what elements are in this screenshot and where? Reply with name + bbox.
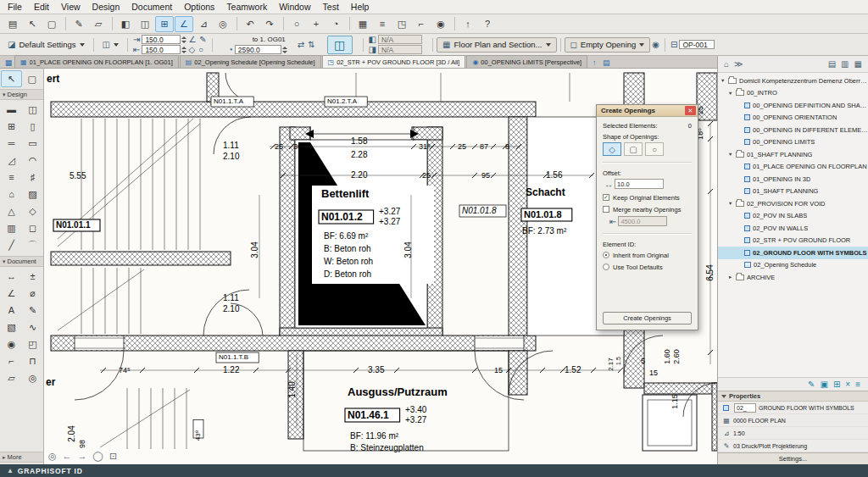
door-tool[interactable]: ◫ (22, 101, 43, 118)
layout-book-icon[interactable]: ▥ (841, 59, 849, 69)
new-view-icon[interactable]: ⊞ (833, 380, 840, 389)
inherit-from-original-radio[interactable] (603, 252, 609, 258)
floor-plan-display-dropdown[interactable]: ▦ Floor Plan and Section... (437, 37, 557, 53)
opening-type-dropdown[interactable]: ◻ Empty Opening (565, 37, 651, 53)
tree-item-00-opening-in-different-element-types[interactable]: 00_OPENING IN DIFFERENT ELEMENT TYPES (718, 124, 868, 136)
opening-tool-button[interactable]: ◫ (327, 36, 353, 54)
tab-overview-icon[interactable]: ▦ (3, 57, 14, 68)
tree-item-00-opening-limits[interactable]: 00_OPENING LIMITS (718, 136, 868, 149)
line-tool[interactable]: ╱ (1, 236, 22, 253)
zone-tool[interactable]: ▨ (22, 186, 43, 202)
wall-icon[interactable]: ◧ (116, 16, 135, 32)
element-id-input[interactable]: OP-001 (679, 40, 715, 49)
arrow-tool-icon[interactable]: ↖ (23, 16, 42, 32)
orbit-icon[interactable]: ◔ (326, 16, 345, 32)
tab-00-opening-limits-perspective[interactable]: ◉00_OPENING LIMITS [Perspective] (466, 55, 587, 68)
text-tool[interactable]: A (1, 302, 22, 319)
window-tool[interactable]: ⊞ (1, 118, 22, 135)
column-tool[interactable]: ▯ (22, 118, 43, 135)
roof-tool[interactable]: ◿ (1, 152, 22, 169)
optimize-zoom-icon[interactable]: ◎ (48, 451, 57, 462)
mesh-tool[interactable]: △ (1, 202, 22, 219)
expander-icon[interactable]: ▾ (729, 151, 736, 158)
delete-view-icon[interactable]: × (845, 380, 850, 389)
layers-icon[interactable]: ▦ (353, 16, 372, 32)
elevation-tool[interactable]: ⊓ (22, 352, 43, 369)
marquee-tool[interactable]: ▢ (22, 70, 42, 87)
snap-guides-icon[interactable]: ⊿ (194, 16, 213, 32)
pen-icon[interactable]: ✎ (70, 16, 88, 32)
sidebar-section-design[interactable]: ▾Design (0, 89, 43, 100)
expander-icon[interactable]: ▾ (721, 77, 728, 84)
curtain-wall-tool[interactable]: ▥ (1, 219, 22, 236)
expander-icon[interactable]: ▾ (729, 200, 736, 207)
wall-tool[interactable]: ▬ (1, 101, 22, 118)
tree-item-02-ground-floor-with-symbols[interactable]: 02_GROUND FLOOR WITH SYMBOLS (718, 247, 868, 259)
gravity-icon[interactable]: ◎ (214, 16, 232, 32)
sidebar-section-more[interactable]: ▸More (0, 452, 43, 463)
shape-constraint-icon[interactable]: ◇ (188, 45, 195, 54)
fill-tool[interactable]: ▧ (1, 319, 22, 336)
shell-tool[interactable]: ◠ (22, 152, 43, 169)
tree-item-00-opening-definition-and-shape[interactable]: 00_OPENING DEFINITION AND SHAPE (718, 99, 868, 112)
menu-options[interactable]: Options (178, 0, 220, 14)
worksheet-tool[interactable]: ▱ (1, 369, 22, 386)
tree-item-02-str-pov-ground-floor[interactable]: 02_STR + POV GROUND FLOOR (718, 235, 868, 247)
drawing-tool[interactable]: ◰ (22, 336, 43, 352)
polygon-shape-button[interactable]: ◇ (603, 142, 621, 156)
expander-icon[interactable]: ▸ (729, 274, 736, 280)
settings-button[interactable]: Settings... (718, 452, 868, 464)
arrow-tool[interactable]: ↖ (1, 70, 22, 87)
railing-tool[interactable]: ♯ (22, 169, 43, 186)
tree-item-domicil-kompetenzzentrum-demenz-oberried-be[interactable]: ▾Domicil Kompetenzzentrum Demenz Oberrie… (718, 75, 868, 87)
hotspot-tool[interactable]: ◉ (1, 336, 22, 352)
opening-tool[interactable]: ◻ (22, 219, 43, 236)
tree-item-00-intro[interactable]: ▾00_INTRO (718, 87, 868, 100)
view-settings-icon[interactable]: ≡ (855, 380, 860, 389)
layer-combination-row[interactable]: ▦ 0000 FLOOR PLAN (718, 414, 868, 427)
level-dimension-tool[interactable]: ± (22, 268, 43, 285)
merge-nearby-checkbox[interactable] (603, 206, 609, 213)
tab-windows-icon[interactable]: ▤ (3, 16, 22, 32)
visibility-eye-icon[interactable]: ◉ (652, 40, 659, 49)
fit-in-window-icon[interactable]: ⊡ (109, 451, 117, 462)
pin-tab-icon[interactable]: ↑ (588, 57, 600, 68)
create-openings-button[interactable]: Create Openings (603, 312, 692, 324)
help-icon[interactable]: ? (478, 16, 497, 32)
default-settings-button[interactable]: ◪ Default Settings (3, 36, 90, 54)
angle-constraint-icon[interactable]: ∠ (188, 35, 196, 44)
view-id-input[interactable]: 02_ (734, 403, 756, 413)
properties-header[interactable]: Properties (718, 391, 868, 402)
publish-icon[interactable]: ↑ (459, 16, 477, 32)
edit-view-icon[interactable]: ✎ (808, 380, 815, 389)
tree-item-02-pov-in-slabs[interactable]: 02_POV IN SLABS (718, 210, 868, 223)
menu-design[interactable]: Design (86, 0, 126, 14)
view-map-icon[interactable]: ▤ (828, 59, 836, 69)
tab-02-str-pov-ground-floor-3d-all[interactable]: ◳02_STR + POV GROUND FLOOR [3D / All] (322, 55, 466, 68)
tree-item-01-place-opening-on-floorplan[interactable]: 01_PLACE OPENING ON FLOORPLAN (718, 161, 868, 174)
arc-tool[interactable]: ⌒ (22, 236, 43, 253)
tool-variant-button[interactable]: ◫ (97, 36, 124, 54)
section-tool[interactable]: ⌐ (1, 352, 22, 369)
tree-item-00-opening-orientation[interactable]: 00_OPENING ORIENTATION (718, 112, 868, 125)
zoom-icon[interactable]: ○ (287, 16, 306, 32)
spline-tool[interactable]: ∿ (22, 319, 43, 336)
transfer-up-icon[interactable]: ⇄ (298, 40, 304, 49)
close-icon[interactable]: ✕ (685, 106, 696, 115)
expander-icon[interactable]: ▾ (729, 90, 736, 97)
menu-window[interactable]: Window (273, 0, 316, 14)
tree-item-01-shaft-planning[interactable]: 01_SHAFT PLANNING (718, 186, 868, 198)
stories-icon[interactable]: ≡ (373, 16, 392, 32)
pan-icon[interactable]: + (307, 16, 326, 32)
width-input[interactable]: 150.0 (142, 35, 181, 44)
offset-input[interactable]: 10.0 (615, 179, 664, 189)
label-tool[interactable]: ✎ (22, 302, 43, 319)
section-icon[interactable]: ⌐ (412, 16, 431, 32)
grid-snap-icon[interactable]: ⊞ (155, 16, 174, 32)
slab-tool[interactable]: ▭ (22, 135, 43, 152)
detail-tool[interactable]: ◎ (22, 369, 43, 386)
stair-tool[interactable]: ≡ (1, 169, 22, 186)
pen-set-row[interactable]: ✎ 03 Druck/Plott Projektierung (718, 440, 868, 452)
eraser-icon[interactable]: ▱ (89, 16, 108, 32)
3d-window-icon[interactable]: ◳ (392, 16, 411, 32)
